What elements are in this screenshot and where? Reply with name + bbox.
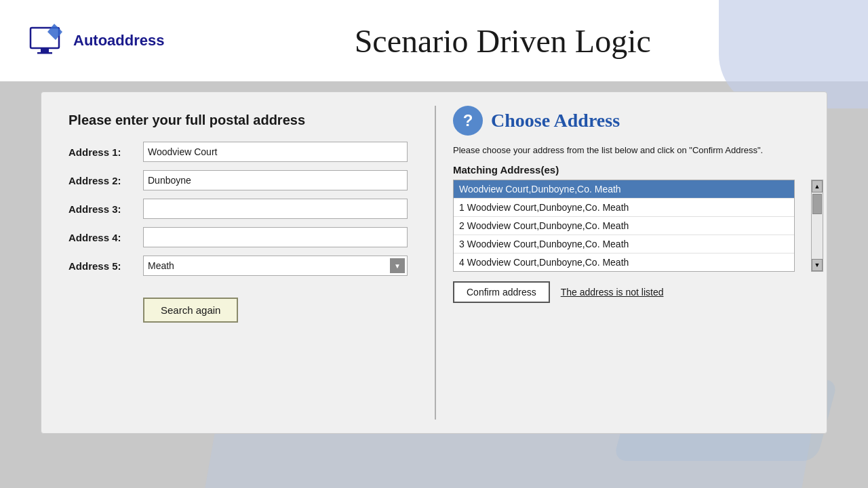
address-list: Woodview Court,Dunboyne,Co. Meath1 Woodv… xyxy=(453,180,795,272)
address-fields: Address 1:Address 2:Address 3:Address 4: xyxy=(68,142,408,247)
address5-label: Address 5: xyxy=(68,260,143,272)
svg-rect-2 xyxy=(37,52,52,54)
address-list-item[interactable]: Woodview Court,Dunboyne,Co. Meath xyxy=(454,180,794,199)
address5-row: Address 5: Meath Dublin Cork Galway xyxy=(68,256,408,276)
confirm-address-button[interactable]: Confirm address xyxy=(453,281,550,303)
choose-address-description: Please choose your address from the list… xyxy=(453,144,810,157)
address-list-item[interactable]: 2 Woodview Court,Dunboyne,Co. Meath xyxy=(454,217,794,235)
address3-label: Address 3: xyxy=(68,203,143,215)
logo-text: Autoaddress xyxy=(73,32,164,49)
matching-label: Matching Address(es) xyxy=(453,164,810,176)
choose-address-header: ? Choose Address xyxy=(453,106,810,136)
question-icon: ? xyxy=(453,106,483,136)
address4-row: Address 4: xyxy=(68,227,408,247)
address4-label: Address 4: xyxy=(68,232,143,243)
search-again-button[interactable]: Search again xyxy=(143,298,238,323)
address1-input[interactable] xyxy=(143,142,408,162)
address5-select-wrapper[interactable]: Meath Dublin Cork Galway xyxy=(143,256,408,276)
choose-address-title: Choose Address xyxy=(491,110,620,131)
action-row: Confirm address The address is not liste… xyxy=(453,281,810,303)
not-listed-link[interactable]: The address is not listed xyxy=(561,287,664,298)
address1-label: Address 1: xyxy=(68,146,143,158)
form-title: Please enter your full postal address xyxy=(68,113,408,128)
address2-row: Address 2: xyxy=(68,170,408,190)
address-list-item[interactable]: 1 Woodview Court,Dunboyne,Co. Meath xyxy=(454,199,794,217)
scroll-thumb[interactable] xyxy=(812,194,822,214)
scroll-track xyxy=(812,192,823,259)
address-list-container: Woodview Court,Dunboyne,Co. Meath1 Woodv… xyxy=(453,180,810,272)
content-area: Please enter your full postal address Ad… xyxy=(41,92,827,434)
question-mark: ? xyxy=(463,111,473,130)
scroll-down-button[interactable]: ▼ xyxy=(812,259,823,271)
address2-input[interactable] xyxy=(143,170,408,190)
address-list-item[interactable]: 4 Woodview Court,Dunboyne,Co. Meath xyxy=(454,253,794,271)
svg-rect-1 xyxy=(41,48,49,52)
address3-input[interactable] xyxy=(143,199,408,219)
left-panel: Please enter your full postal address Ad… xyxy=(41,92,435,433)
address-list-item[interactable]: 3 Woodview Court,Dunboyne,Co. Meath xyxy=(454,235,794,253)
list-scrollbar[interactable]: ▲ ▼ xyxy=(811,180,823,272)
logo-area: Autoaddress xyxy=(27,22,164,60)
autoaddress-logo-icon xyxy=(27,22,68,60)
address4-input[interactable] xyxy=(143,227,408,247)
address5-select[interactable]: Meath Dublin Cork Galway xyxy=(143,256,408,276)
svg-marker-3 xyxy=(47,24,62,40)
right-panel: ? Choose Address Please choose your addr… xyxy=(436,92,827,433)
address1-row: Address 1: xyxy=(68,142,408,162)
address2-label: Address 2: xyxy=(68,175,143,186)
scroll-up-button[interactable]: ▲ xyxy=(812,180,823,192)
address3-row: Address 3: xyxy=(68,199,408,219)
